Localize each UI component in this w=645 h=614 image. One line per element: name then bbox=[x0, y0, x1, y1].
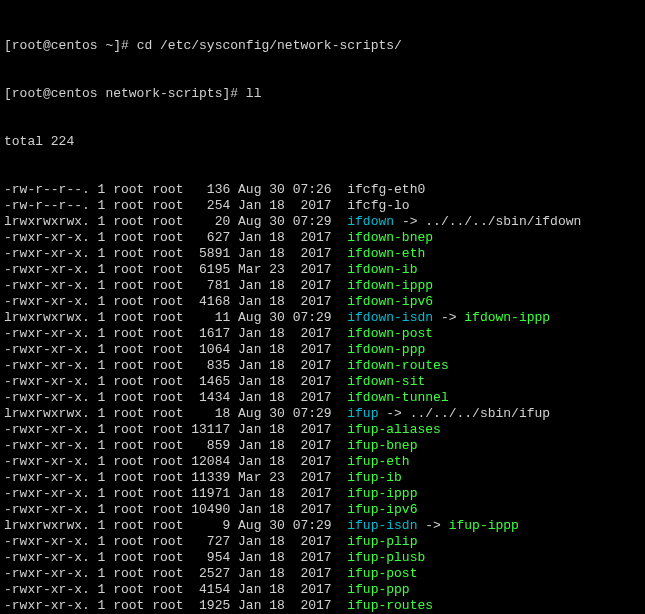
file-meta: -rwxr-xr-x. 1 root root 11339 Mar 23 201… bbox=[4, 470, 347, 485]
file-name-exec: ifdown-routes bbox=[347, 358, 448, 373]
file-row: -rwxr-xr-x. 1 root root 1925 Jan 18 2017… bbox=[4, 598, 641, 614]
file-meta: lrwxrwxrwx. 1 root root 9 Aug 30 07:29 bbox=[4, 518, 347, 533]
file-meta: lrwxrwxrwx. 1 root root 20 Aug 30 07:29 bbox=[4, 214, 347, 229]
file-meta: -rwxr-xr-x. 1 root root 1434 Jan 18 2017 bbox=[4, 390, 347, 405]
line-prompt-2: [root@centos network-scripts]# ll bbox=[4, 86, 641, 102]
file-row: -rwxr-xr-x. 1 root root 11971 Jan 18 201… bbox=[4, 486, 641, 502]
prompt: [root@centos network-scripts]# bbox=[4, 86, 246, 101]
link-arrow: -> bbox=[378, 406, 409, 421]
file-name: ifcfg-eth0 bbox=[347, 182, 425, 197]
command: ll bbox=[246, 86, 262, 101]
file-listing: -rw-r--r--. 1 root root 136 Aug 30 07:26… bbox=[4, 182, 641, 614]
file-row: -rwxr-xr-x. 1 root root 627 Jan 18 2017 … bbox=[4, 230, 641, 246]
command: cd /etc/sysconfig/network-scripts/ bbox=[137, 38, 402, 53]
file-meta: -rwxr-xr-x. 1 root root 13117 Jan 18 201… bbox=[4, 422, 347, 437]
file-meta: lrwxrwxrwx. 1 root root 18 Aug 30 07:29 bbox=[4, 406, 347, 421]
file-name-exec: ifdown-bnep bbox=[347, 230, 433, 245]
file-meta: -rwxr-xr-x. 1 root root 781 Jan 18 2017 bbox=[4, 278, 347, 293]
file-meta: -rwxr-xr-x. 1 root root 954 Jan 18 2017 bbox=[4, 550, 347, 565]
file-row: -rwxr-xr-x. 1 root root 6195 Mar 23 2017… bbox=[4, 262, 641, 278]
total-text: total 224 bbox=[4, 134, 74, 149]
file-row: -rwxr-xr-x. 1 root root 727 Jan 18 2017 … bbox=[4, 534, 641, 550]
file-meta: -rwxr-xr-x. 1 root root 4154 Jan 18 2017 bbox=[4, 582, 347, 597]
file-name-exec: ifup-plusb bbox=[347, 550, 425, 565]
file-row: lrwxrwxrwx. 1 root root 9 Aug 30 07:29 i… bbox=[4, 518, 641, 534]
file-name-link: ifup bbox=[347, 406, 378, 421]
file-meta: -rw-r--r--. 1 root root 254 Jan 18 2017 bbox=[4, 198, 347, 213]
file-meta: -rwxr-xr-x. 1 root root 4168 Jan 18 2017 bbox=[4, 294, 347, 309]
file-row: -rwxr-xr-x. 1 root root 5891 Jan 18 2017… bbox=[4, 246, 641, 262]
file-row: lrwxrwxrwx. 1 root root 20 Aug 30 07:29 … bbox=[4, 214, 641, 230]
file-row: -rwxr-xr-x. 1 root root 1434 Jan 18 2017… bbox=[4, 390, 641, 406]
file-row: -rw-r--r--. 1 root root 254 Jan 18 2017 … bbox=[4, 198, 641, 214]
link-target: ../../../sbin/ifdown bbox=[425, 214, 581, 229]
terminal[interactable]: [root@centos ~]# cd /etc/sysconfig/netwo… bbox=[0, 0, 645, 614]
file-row: lrwxrwxrwx. 1 root root 11 Aug 30 07:29 … bbox=[4, 310, 641, 326]
file-row: -rwxr-xr-x. 1 root root 1465 Jan 18 2017… bbox=[4, 374, 641, 390]
file-name-exec: ifdown-post bbox=[347, 326, 433, 341]
file-meta: -rwxr-xr-x. 1 root root 12084 Jan 18 201… bbox=[4, 454, 347, 469]
file-meta: -rwxr-xr-x. 1 root root 1064 Jan 18 2017 bbox=[4, 342, 347, 357]
file-meta: -rwxr-xr-x. 1 root root 1465 Jan 18 2017 bbox=[4, 374, 347, 389]
file-name-link: ifdown bbox=[347, 214, 394, 229]
line-prompt-1: [root@centos ~]# cd /etc/sysconfig/netwo… bbox=[4, 38, 641, 54]
file-row: lrwxrwxrwx. 1 root root 18 Aug 30 07:29 … bbox=[4, 406, 641, 422]
file-meta: -rwxr-xr-x. 1 root root 1617 Jan 18 2017 bbox=[4, 326, 347, 341]
file-meta: -rwxr-xr-x. 1 root root 835 Jan 18 2017 bbox=[4, 358, 347, 373]
file-name-exec: ifdown-ippp bbox=[347, 278, 433, 293]
file-name-exec: ifdown-ib bbox=[347, 262, 417, 277]
link-target: ifdown-ippp bbox=[464, 310, 550, 325]
link-target: ifup-ippp bbox=[449, 518, 519, 533]
file-meta: -rwxr-xr-x. 1 root root 859 Jan 18 2017 bbox=[4, 438, 347, 453]
file-row: -rwxr-xr-x. 1 root root 835 Jan 18 2017 … bbox=[4, 358, 641, 374]
link-target: ../../../sbin/ifup bbox=[410, 406, 550, 421]
file-name-exec: ifdown-ipv6 bbox=[347, 294, 433, 309]
file-row: -rwxr-xr-x. 1 root root 4154 Jan 18 2017… bbox=[4, 582, 641, 598]
file-name-exec: ifup-post bbox=[347, 566, 417, 581]
file-name-exec: ifdown-tunnel bbox=[347, 390, 448, 405]
file-meta: -rwxr-xr-x. 1 root root 6195 Mar 23 2017 bbox=[4, 262, 347, 277]
file-name-exec: ifup-eth bbox=[347, 454, 409, 469]
file-name-exec: ifup-plip bbox=[347, 534, 417, 549]
file-name-link: ifup-isdn bbox=[347, 518, 417, 533]
file-row: -rwxr-xr-x. 1 root root 12084 Jan 18 201… bbox=[4, 454, 641, 470]
prompt: [root@centos ~]# bbox=[4, 38, 137, 53]
file-row: -rwxr-xr-x. 1 root root 954 Jan 18 2017 … bbox=[4, 550, 641, 566]
file-name-exec: ifdown-ppp bbox=[347, 342, 425, 357]
file-name-exec: ifup-ippp bbox=[347, 486, 417, 501]
file-meta: -rwxr-xr-x. 1 root root 2527 Jan 18 2017 bbox=[4, 566, 347, 581]
line-total: total 224 bbox=[4, 134, 641, 150]
file-meta: -rw-r--r--. 1 root root 136 Aug 30 07:26 bbox=[4, 182, 347, 197]
file-meta: lrwxrwxrwx. 1 root root 11 Aug 30 07:29 bbox=[4, 310, 347, 325]
file-meta: -rwxr-xr-x. 1 root root 5891 Jan 18 2017 bbox=[4, 246, 347, 261]
file-meta: -rwxr-xr-x. 1 root root 11971 Jan 18 201… bbox=[4, 486, 347, 501]
file-row: -rwxr-xr-x. 1 root root 859 Jan 18 2017 … bbox=[4, 438, 641, 454]
file-name-exec: ifdown-eth bbox=[347, 246, 425, 261]
file-meta: -rwxr-xr-x. 1 root root 627 Jan 18 2017 bbox=[4, 230, 347, 245]
file-row: -rwxr-xr-x. 1 root root 11339 Mar 23 201… bbox=[4, 470, 641, 486]
file-name-exec: ifup-ppp bbox=[347, 582, 409, 597]
file-row: -rwxr-xr-x. 1 root root 2527 Jan 18 2017… bbox=[4, 566, 641, 582]
file-meta: -rwxr-xr-x. 1 root root 10490 Jan 18 201… bbox=[4, 502, 347, 517]
file-meta: -rwxr-xr-x. 1 root root 727 Jan 18 2017 bbox=[4, 534, 347, 549]
file-row: -rwxr-xr-x. 1 root root 1617 Jan 18 2017… bbox=[4, 326, 641, 342]
file-name-exec: ifdown-sit bbox=[347, 374, 425, 389]
file-name-exec: ifup-aliases bbox=[347, 422, 441, 437]
file-row: -rwxr-xr-x. 1 root root 781 Jan 18 2017 … bbox=[4, 278, 641, 294]
file-row: -rwxr-xr-x. 1 root root 13117 Jan 18 201… bbox=[4, 422, 641, 438]
link-arrow: -> bbox=[433, 310, 464, 325]
file-name-exec: ifup-ipv6 bbox=[347, 502, 417, 517]
link-arrow: -> bbox=[417, 518, 448, 533]
file-row: -rwxr-xr-x. 1 root root 1064 Jan 18 2017… bbox=[4, 342, 641, 358]
file-row: -rwxr-xr-x. 1 root root 4168 Jan 18 2017… bbox=[4, 294, 641, 310]
link-arrow: -> bbox=[394, 214, 425, 229]
file-row: -rwxr-xr-x. 1 root root 10490 Jan 18 201… bbox=[4, 502, 641, 518]
file-row: -rw-r--r--. 1 root root 136 Aug 30 07:26… bbox=[4, 182, 641, 198]
file-name-exec: ifup-routes bbox=[347, 598, 433, 613]
file-name-link: ifdown-isdn bbox=[347, 310, 433, 325]
file-name-exec: ifup-ib bbox=[347, 470, 402, 485]
file-meta: -rwxr-xr-x. 1 root root 1925 Jan 18 2017 bbox=[4, 598, 347, 613]
file-name-exec: ifup-bnep bbox=[347, 438, 417, 453]
file-name: ifcfg-lo bbox=[347, 198, 409, 213]
